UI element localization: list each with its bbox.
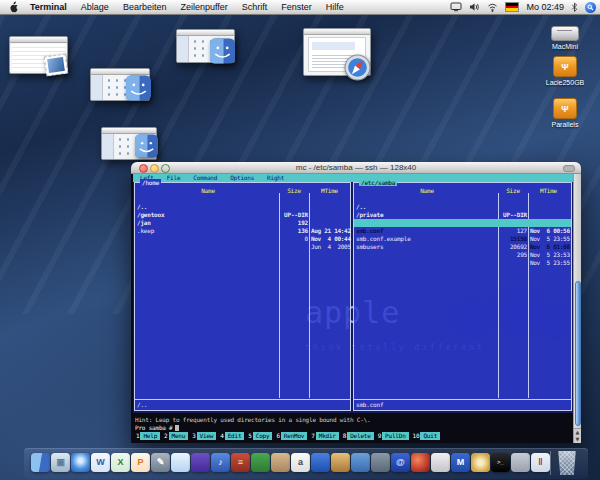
cell-mtime: Nov 5 23:55	[530, 259, 570, 267]
file-row[interactable]: /.. UP--DIR	[135, 195, 350, 203]
column-header-mtime[interactable]: MTime	[309, 187, 350, 195]
menu-item-bearbeiten[interactable]: Bearbeiten	[116, 0, 174, 14]
left-panel-path[interactable]: /home	[140, 179, 161, 186]
scrollbar-thumb[interactable]	[575, 281, 581, 426]
preview-dock-icon[interactable]: ▣	[51, 453, 70, 472]
transmit-app-dock-icon[interactable]	[351, 453, 370, 472]
apple-icon	[9, 1, 19, 13]
shell-prompt[interactable]: Pro samba #	[135, 424, 179, 432]
desktop-icon-parallels[interactable]: Ψ Parallels	[537, 98, 593, 128]
desktop-icon-lacie250gb[interactable]: Ψ Lacie250GB	[537, 56, 593, 86]
menu-item-zeilenpuffer[interactable]: Zeilenpuffer	[173, 0, 234, 14]
fkey-delete[interactable]: 8Delete	[342, 432, 374, 440]
mc-right-panel[interactable]: /etc/samba Name Size MTime /.. UP--DIR	[353, 182, 572, 411]
scrollbar-arrows[interactable]: ▲▼	[574, 428, 581, 443]
toolbar-widget[interactable]	[563, 165, 575, 172]
mail-icon[interactable]	[44, 54, 69, 77]
cell-mtime: Aug 21 14:42	[311, 227, 351, 235]
finder-icon[interactable]	[126, 75, 151, 101]
column-header-mtime[interactable]: MTime	[528, 187, 569, 195]
column-header-size[interactable]: Size	[498, 187, 528, 195]
spotlight-icon[interactable]	[585, 2, 596, 13]
fkey-menu[interactable]: 2Menu	[163, 432, 188, 440]
terminal-titlebar[interactable]: mc - /etc/samba — ssh — 128x40	[131, 162, 581, 174]
terminal-app-dock-icon[interactable]: >_	[491, 453, 510, 472]
screen-app-dock-icon[interactable]	[371, 453, 390, 472]
column-header-name[interactable]: Name	[135, 187, 281, 195]
bluetooth-icon[interactable]	[571, 2, 578, 13]
powerpoint-dock-icon[interactable]: P	[131, 453, 150, 472]
green-app-dock-icon[interactable]	[251, 453, 270, 472]
mc-left-panel[interactable]: /home Name Size MTime /.. UP--DIR /gen	[134, 182, 351, 411]
toast-dock-icon[interactable]	[471, 453, 490, 472]
mc-menu-right[interactable]: Right	[267, 174, 284, 182]
menu-item-fenster[interactable]: Fenster	[274, 0, 319, 14]
finder-icon[interactable]	[135, 134, 158, 158]
panel-separator	[135, 399, 350, 400]
graphics-app-dock-icon[interactable]: ✎	[151, 453, 170, 472]
photo-app-dock-icon[interactable]	[331, 453, 350, 472]
m-app-dock-icon[interactable]: M	[451, 453, 470, 472]
firefox-dock-icon[interactable]	[411, 453, 430, 472]
file-row[interactable]: /gentoox 192 Aug 21 14:42	[135, 203, 350, 211]
globe-app-dock-icon[interactable]	[311, 453, 330, 472]
safari-icon[interactable]	[344, 54, 371, 81]
menu-item-schrift[interactable]: Schrift	[235, 0, 275, 14]
camera-app-dock-icon[interactable]	[431, 453, 450, 472]
word-dock-icon[interactable]: W	[91, 453, 110, 472]
itunes-dock-icon[interactable]: ♪	[211, 453, 230, 472]
cell-mtime: Jun 4 2005	[311, 243, 351, 251]
cell-size: 20692	[498, 243, 527, 251]
menu-clock[interactable]: Mo 02:49	[526, 2, 564, 12]
text-app-dock-icon[interactable]: a	[291, 453, 310, 472]
fkey-mkdir[interactable]: 7Mkdir	[310, 432, 338, 440]
column-header-name[interactable]: Name	[354, 187, 500, 195]
volume-icon[interactable]	[469, 2, 480, 12]
apple-menu[interactable]	[0, 1, 25, 13]
file-row-selected[interactable]: smb.conf 15150 Nov 6 01:08	[354, 219, 571, 227]
cell-mtime: Nov 6 01:08	[530, 243, 570, 251]
fkey-view[interactable]: 3View	[191, 432, 216, 440]
file-row[interactable]: smbusers 295 Nov 5 23:55	[354, 235, 571, 243]
menu-item-ablage[interactable]: Ablage	[74, 0, 116, 14]
ichat-dock-icon[interactable]	[171, 453, 190, 472]
menu-item-terminal[interactable]: Terminal	[25, 0, 74, 14]
file-row[interactable]: /jan 136 Nov 4 00:44	[135, 211, 350, 219]
window-title: mc - /etc/samba — ssh — 128x40	[131, 163, 581, 172]
finder-icon[interactable]	[210, 38, 235, 64]
mc-menu-file[interactable]: File	[167, 174, 181, 182]
right-panel-path[interactable]: /etc/samba	[359, 179, 397, 186]
apple-system-dock-icon[interactable]	[511, 453, 530, 472]
mc-menu-command[interactable]: Command	[193, 174, 217, 182]
trash-icon[interactable]	[557, 451, 577, 475]
mc-menu-options[interactable]: Options	[230, 174, 254, 182]
fkey-renmov[interactable]: 6RenMov	[275, 432, 307, 440]
safari-dock-icon[interactable]	[71, 453, 90, 472]
thumb-titlebar	[10, 37, 67, 43]
file-row[interactable]: /.. UP--DIR	[354, 195, 571, 203]
fkey-edit[interactable]: 4Edit	[219, 432, 244, 440]
file-row[interactable]: lmhosts 127 Nov 5 23:55	[354, 211, 571, 219]
fkey-quit[interactable]: 10Quit	[412, 432, 440, 440]
fkey-help[interactable]: 1Help	[135, 432, 160, 440]
terminal-window[interactable]: mc - /etc/samba — ssh — 128x40 apple thi…	[131, 162, 581, 443]
purple-app-dock-icon[interactable]	[191, 453, 210, 472]
column-header-size[interactable]: Size	[279, 187, 309, 195]
file-row[interactable]: /private 48 Nov 6 00:56	[354, 203, 571, 211]
abacus-app-dock-icon[interactable]: ≡	[231, 453, 250, 472]
spiral-app-dock-icon[interactable]: @	[391, 453, 410, 472]
menu-item-hilfe[interactable]: Hilfe	[319, 0, 351, 14]
keyboard-layout-de-flag[interactable]	[505, 2, 519, 12]
fkey-copy[interactable]: 5Copy	[247, 432, 272, 440]
file-row[interactable]: .keep 0 Jun 4 2005	[135, 219, 350, 227]
airport-icon[interactable]	[487, 2, 498, 12]
messenger-app-dock-icon[interactable]	[271, 453, 290, 472]
parallels-dock-icon[interactable]: ‖	[531, 453, 550, 472]
fkey-pulldn[interactable]: 9PullDn	[377, 432, 409, 440]
scrollbar[interactable]: ▲▼	[573, 174, 581, 443]
excel-dock-icon[interactable]: X	[111, 453, 130, 472]
file-row[interactable]: smb.conf.example 20692 Nov 5 23:53	[354, 227, 571, 235]
display-icon[interactable]	[450, 2, 462, 12]
desktop-icon-macmini[interactable]: MacMini	[537, 26, 593, 50]
finder-dock-icon[interactable]	[31, 453, 50, 472]
